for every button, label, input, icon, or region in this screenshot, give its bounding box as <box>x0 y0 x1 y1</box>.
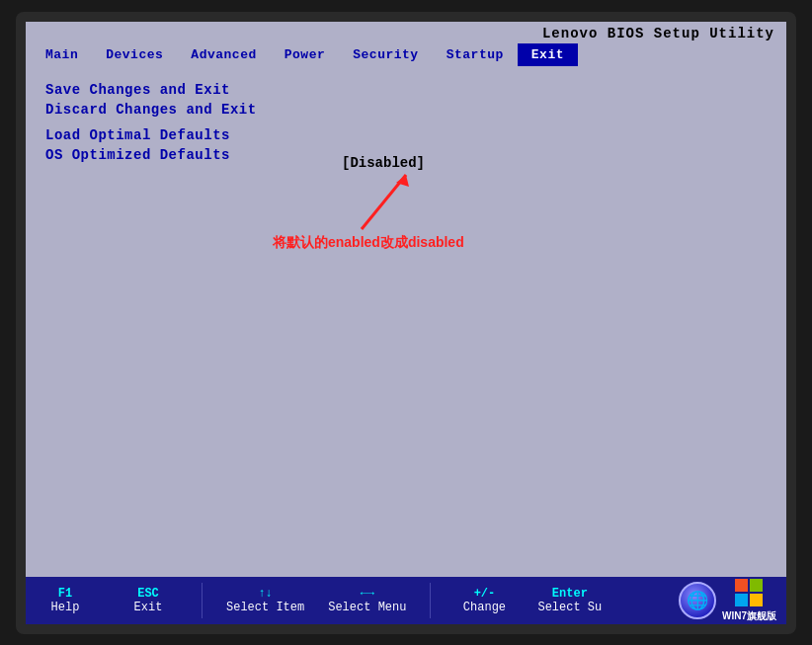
bios-content: Save Changes and Exit Discard Changes an… <box>26 66 786 532</box>
status-lr-key: ←→ <box>361 587 374 601</box>
svg-rect-3 <box>750 579 763 592</box>
status-f1-label: Help <box>51 601 80 614</box>
windows-logo-icon <box>734 578 766 609</box>
annotation-arrow <box>352 155 431 234</box>
status-enter: Enter Select Su <box>537 587 602 614</box>
nav-security[interactable]: Security <box>339 43 432 66</box>
nav-devices[interactable]: Devices <box>92 43 177 66</box>
svg-rect-5 <box>750 594 763 606</box>
status-pm-key: +/- <box>474 587 496 601</box>
status-arrows: ↑↓ Select Item <box>226 587 304 614</box>
bios-title: Lenovo BIOS Setup Utility <box>542 26 774 41</box>
status-f1-key: F1 <box>58 587 72 601</box>
svg-rect-4 <box>735 594 748 606</box>
status-enter-key: Enter <box>552 587 588 601</box>
status-pm-label: Change <box>463 601 506 614</box>
status-plusminus: +/- Change <box>454 587 514 614</box>
nav-bar: Main Devices Advanced Power Security Sta… <box>26 43 786 66</box>
monitor-frame: Lenovo BIOS Setup Utility Main Devices A… <box>16 12 796 634</box>
status-enter-label: Select Su <box>537 601 602 614</box>
status-divider-1 <box>202 583 203 618</box>
nav-main[interactable]: Main <box>32 43 92 66</box>
status-esc: ESC Exit <box>119 587 178 614</box>
status-f1: F1 Help <box>36 587 95 614</box>
nav-startup[interactable]: Startup <box>433 43 518 66</box>
nav-advanced[interactable]: Advanced <box>177 43 270 66</box>
win7-label: WIN7旗舰版 <box>722 609 776 623</box>
win7-badge: 🌐 WIN7旗舰版 <box>679 578 776 623</box>
status-divider-2 <box>430 583 431 618</box>
menu-load-optimal-defaults[interactable]: Load Optimal Defaults <box>45 127 767 143</box>
status-lr: ←→ Select Menu <box>328 587 406 614</box>
bios-screen: Lenovo BIOS Setup Utility Main Devices A… <box>26 22 786 624</box>
svg-rect-2 <box>735 579 748 592</box>
bios-title-bar: Lenovo BIOS Setup Utility <box>26 22 786 43</box>
status-bar: F1 Help ESC Exit ↑↓ Select Item ←→ Selec… <box>26 577 786 624</box>
globe-icon: 🌐 <box>679 582 716 619</box>
status-arrows-key: ↑↓ <box>258 587 272 601</box>
menu-save-changes-exit[interactable]: Save Changes and Exit <box>45 82 767 98</box>
status-arrows-label: Select Item <box>226 601 304 614</box>
status-lr-label: Select Menu <box>328 601 406 614</box>
nav-exit[interactable]: Exit <box>518 43 578 66</box>
menu-discard-changes-exit[interactable]: Discard Changes and Exit <box>45 102 767 118</box>
status-esc-label: Exit <box>134 601 163 614</box>
nav-power[interactable]: Power <box>271 43 340 66</box>
annotation-text: 将默认的enabled改成disabled <box>273 234 464 252</box>
status-esc-key: ESC <box>137 587 159 601</box>
